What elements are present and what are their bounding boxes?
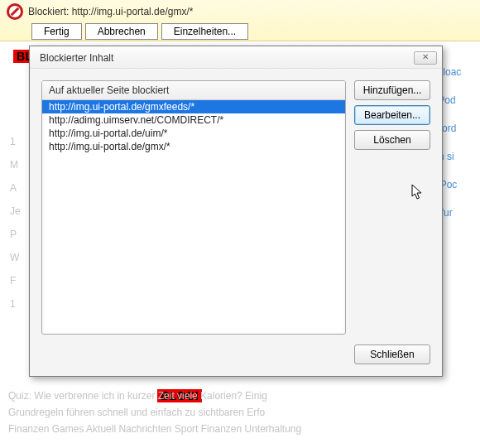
block-icon	[7, 3, 23, 20]
list-item[interactable]: http://img.ui-portal.de/uim/*	[42, 127, 345, 140]
block-notification-bar: Blockiert: http://img.ui-portal.de/gmx/*…	[0, 0, 480, 41]
edit-button[interactable]: Bearbeiten...	[354, 105, 430, 125]
dialog-title-text: Blockierter Inhalt	[40, 52, 113, 64]
background-left-text: 1MAJePWF1	[10, 124, 21, 321]
add-button[interactable]: Hinzufügen...	[354, 80, 430, 100]
blocked-list-panel: Auf aktueller Seite blockiert http://img…	[41, 80, 346, 335]
details-button[interactable]: Einzelheiten...	[161, 23, 248, 40]
list-item[interactable]: http://adimg.uimserv.net/COMDIRECT/*	[42, 113, 345, 127]
background-bottom-text: Quiz: Wie verbrenne ich in kurzer Zeit v…	[8, 385, 472, 440]
dialog-titlebar: Blockierter Inhalt ✕	[30, 46, 442, 69]
close-button[interactable]: Schließen	[354, 344, 430, 364]
done-button[interactable]: Fertig	[31, 23, 82, 40]
cancel-button[interactable]: Abbrechen	[85, 23, 158, 40]
delete-button[interactable]: Löschen	[354, 130, 430, 150]
blocked-content-dialog: Blockierter Inhalt ✕ Auf aktueller Seite…	[29, 46, 443, 377]
list-item[interactable]: http://img.ui-portal.de/gmxfeeds/*	[42, 100, 345, 113]
block-notification-text: Blockiert: http://img.ui-portal.de/gmx/*	[28, 6, 193, 17]
dialog-close-button[interactable]: ✕	[414, 51, 437, 65]
blocked-list-header: Auf aktueller Seite blockiert	[42, 81, 345, 100]
blocked-list[interactable]: http://img.ui-portal.de/gmxfeeds/*http:/…	[42, 100, 345, 334]
list-item[interactable]: http://img.ui-portal.de/gmx/*	[42, 140, 345, 153]
